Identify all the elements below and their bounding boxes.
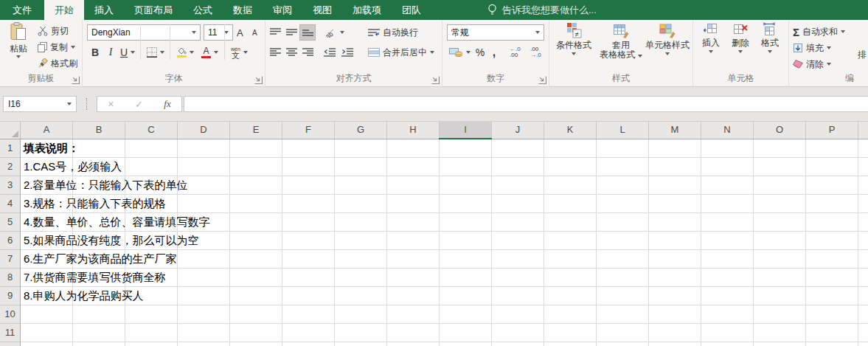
font-name-combo[interactable]: DengXian: [87, 24, 201, 41]
accounting-format-button[interactable]: [447, 44, 473, 60]
insert-function-button[interactable]: fx: [164, 98, 170, 110]
tab-add-ins[interactable]: 加载项: [342, 0, 392, 20]
row-header-1[interactable]: 1: [0, 139, 20, 158]
formula-bar-splitter[interactable]: [86, 98, 87, 110]
comma-style-button[interactable]: ,: [488, 44, 500, 60]
accounting-dropdown-icon[interactable]: [466, 51, 471, 54]
fill-button[interactable]: 填充: [791, 40, 833, 56]
phonetic-dropdown-icon[interactable]: [243, 51, 248, 54]
column-header-i[interactable]: I: [440, 122, 492, 139]
align-middle-button[interactable]: [283, 24, 299, 41]
merge-center-dropdown-icon[interactable]: [430, 51, 434, 54]
row-header-10[interactable]: 10: [0, 305, 20, 324]
row-header-7[interactable]: 7: [0, 250, 20, 269]
column-header-k[interactable]: K: [544, 122, 597, 139]
increase-indent-button[interactable]: [339, 44, 355, 60]
name-box-dropdown-icon[interactable]: [67, 103, 72, 105]
paste-dropdown-icon[interactable]: [16, 55, 21, 58]
insert-cells-dropdown-icon[interactable]: [709, 50, 713, 53]
paste-button[interactable]: 粘贴: [2, 22, 35, 75]
percent-style-button[interactable]: %: [472, 44, 488, 60]
row-header-2[interactable]: 2: [0, 158, 20, 176]
align-bottom-button[interactable]: [299, 24, 316, 41]
cell-a4[interactable]: 3.规格：只能输入下表的规格: [24, 195, 166, 213]
number-format-dropdown-icon[interactable]: [535, 31, 540, 34]
select-all-button[interactable]: [0, 122, 21, 139]
fill-color-dropdown-icon[interactable]: [190, 51, 194, 54]
column-header-l[interactable]: L: [597, 122, 649, 139]
column-header-f[interactable]: F: [282, 122, 335, 139]
column-header-b[interactable]: B: [73, 122, 125, 139]
row-header-11[interactable]: 11: [0, 324, 20, 342]
delete-cells-button[interactable]: 删除: [727, 22, 754, 75]
alignment-dialog-launcher[interactable]: [431, 76, 440, 84]
shrink-font-button[interactable]: A: [250, 24, 266, 41]
decrease-indent-button[interactable]: [322, 44, 338, 60]
copy-button[interactable]: 复制: [35, 39, 77, 55]
name-box[interactable]: I16: [3, 96, 77, 112]
number-dialog-launcher[interactable]: [538, 76, 546, 84]
tell-me[interactable]: 告诉我您想要做什么...: [487, 0, 597, 20]
autosum-button[interactable]: Σ 自动求和: [791, 24, 847, 40]
column-header-h[interactable]: H: [387, 122, 440, 139]
borders-button[interactable]: [145, 44, 167, 60]
row-header-8[interactable]: 8: [0, 269, 20, 287]
format-as-table-button[interactable]: 套用 表格格式: [598, 22, 644, 75]
autosum-dropdown-icon[interactable]: [841, 30, 845, 33]
cell-styles-dropdown-icon[interactable]: [665, 52, 670, 55]
underline-dropdown-icon[interactable]: [131, 51, 135, 54]
column-header-o[interactable]: O: [754, 122, 806, 139]
cell-a9[interactable]: 8.申购人为化学品购买人: [24, 287, 144, 305]
borders-dropdown-icon[interactable]: [160, 51, 164, 54]
bold-button[interactable]: B: [87, 44, 103, 60]
column-header-j[interactable]: J: [492, 122, 544, 139]
font-color-dropdown-icon[interactable]: [214, 51, 218, 54]
format-cells-button[interactable]: 格式: [757, 22, 783, 75]
font-name-dropdown-icon[interactable]: [192, 31, 196, 34]
wrap-text-button[interactable]: 自动换行: [366, 24, 420, 41]
align-center-button[interactable]: [283, 44, 299, 60]
cell-a3[interactable]: 2.容量单位：只能输入下表的单位: [24, 176, 188, 195]
insert-cells-button[interactable]: 插入: [698, 22, 724, 75]
fill-dropdown-icon[interactable]: [827, 46, 831, 49]
conditional-formatting-dropdown-icon[interactable]: [572, 52, 576, 55]
cell-a8[interactable]: 7.供货商需要填写供货商全称: [24, 269, 166, 287]
cells-area[interactable]: 填表说明：1.CAS号，必须输入2.容量单位：只能输入下表的单位3.规格：只能输…: [21, 139, 868, 346]
orientation-dropdown-icon[interactable]: [340, 31, 344, 34]
tab-file[interactable]: 文件: [0, 0, 44, 20]
column-header-p[interactable]: P: [806, 122, 858, 139]
clipboard-dialog-launcher[interactable]: [72, 76, 80, 84]
orientation-button[interactable]: ab: [322, 24, 347, 41]
tab-formulas[interactable]: 公式: [183, 0, 223, 20]
sort-filter-button-partial[interactable]: 排: [855, 46, 868, 63]
tab-review[interactable]: 审阅: [263, 0, 302, 20]
tab-team[interactable]: 团队: [392, 0, 431, 20]
clear-dropdown-icon[interactable]: [827, 63, 831, 66]
align-right-button[interactable]: [299, 44, 316, 60]
merge-center-button[interactable]: 合并后居中: [366, 44, 437, 60]
column-header-d[interactable]: D: [178, 122, 230, 139]
italic-button[interactable]: I: [103, 44, 119, 60]
row-header-5[interactable]: 5: [0, 213, 20, 232]
column-header-n[interactable]: N: [701, 122, 754, 139]
column-header-m[interactable]: M: [649, 122, 701, 139]
number-format-combo[interactable]: 常规: [447, 24, 544, 41]
row-header-9[interactable]: 9: [0, 287, 20, 305]
copy-dropdown-icon[interactable]: [71, 46, 75, 49]
align-left-button[interactable]: [267, 44, 283, 60]
underline-button[interactable]: U: [118, 44, 137, 60]
column-header-c[interactable]: C: [125, 122, 178, 139]
tab-page-layout[interactable]: 页面布局: [124, 0, 183, 20]
format-painter-button[interactable]: 格式刷: [35, 55, 80, 72]
cell-a2[interactable]: 1.CAS号，必须输入: [24, 158, 122, 176]
column-header-e[interactable]: E: [230, 122, 282, 139]
font-color-button[interactable]: A: [199, 44, 221, 60]
row-header-6[interactable]: 6: [0, 232, 20, 250]
cancel-button[interactable]: ×: [108, 98, 114, 110]
align-top-button[interactable]: [267, 24, 283, 41]
delete-cells-dropdown-icon[interactable]: [738, 50, 743, 53]
column-header-g[interactable]: G: [335, 122, 387, 139]
cell-a6[interactable]: 5.如果商品没有纯度，那么可以为空: [24, 232, 199, 250]
row-header-4[interactable]: 4: [0, 195, 20, 213]
formula-input[interactable]: [184, 96, 868, 112]
